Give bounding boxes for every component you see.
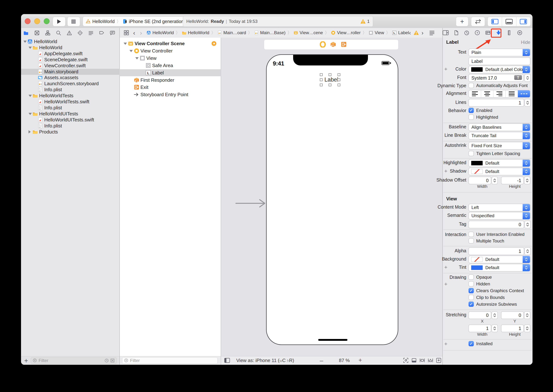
disclosure-open-icon[interactable] bbox=[23, 41, 27, 43]
navigator-row[interactable] bbox=[21, 105, 119, 111]
selection-handle[interactable] bbox=[320, 73, 322, 76]
zoom-level[interactable]: 87 % bbox=[334, 358, 354, 364]
back-button[interactable]: ‹ bbox=[133, 29, 135, 36]
add-editor-button[interactable] bbox=[442, 30, 449, 35]
autoshrink-popup[interactable]: Fixed Font Size bbox=[469, 142, 530, 150]
add-variation-button[interactable]: + bbox=[443, 66, 448, 72]
jumpbar-segment[interactable]: LLabel bbox=[392, 30, 409, 35]
value-field[interactable]: 1 bbox=[469, 324, 491, 332]
checkbox[interactable] bbox=[469, 232, 474, 237]
close-button[interactable] bbox=[25, 18, 31, 24]
selection-handle[interactable] bbox=[320, 78, 322, 81]
update-frames-button[interactable] bbox=[403, 358, 408, 363]
stepper[interactable] bbox=[525, 221, 531, 228]
align-button[interactable] bbox=[428, 358, 433, 363]
toggle-debug-area-button[interactable] bbox=[502, 17, 516, 26]
stepper[interactable] bbox=[525, 99, 531, 107]
line-break-popup[interactable]: Truncate Tail bbox=[469, 132, 530, 140]
add-constraints-button[interactable] bbox=[420, 358, 425, 363]
related-items-icon[interactable] bbox=[124, 30, 129, 35]
navigator-row[interactable] bbox=[21, 87, 119, 93]
add-file-button[interactable]: + bbox=[23, 357, 29, 364]
editor-swap-button[interactable] bbox=[471, 17, 485, 26]
outline-row[interactable] bbox=[119, 69, 221, 76]
stepper[interactable] bbox=[491, 177, 498, 184]
inspector-tab-file-inspector[interactable] bbox=[454, 30, 459, 35]
minimize-button[interactable] bbox=[34, 18, 40, 24]
toggle-navigator-button[interactable] bbox=[488, 17, 502, 26]
value-field[interactable]: 1 bbox=[469, 247, 524, 255]
jumpbar-segment[interactable]: View…cene bbox=[294, 30, 323, 35]
disclosure-open-icon[interactable] bbox=[28, 113, 32, 115]
add-editor-library-button[interactable]: + bbox=[456, 17, 468, 26]
view-as-button[interactable]: View as: iPhone 11 (wC hR) bbox=[236, 358, 317, 364]
semantic-popup[interactable]: Unspecified bbox=[469, 212, 530, 220]
value-field[interactable]: 0 bbox=[469, 221, 524, 228]
value-field[interactable]: 1 bbox=[501, 324, 524, 332]
checkbox[interactable] bbox=[469, 83, 474, 88]
font-field[interactable]: System 17.0T bbox=[469, 74, 523, 82]
scheme-selector[interactable]: HelloWorld〉iPhone SE (2nd generation) bbox=[83, 16, 184, 26]
navigator-tab-test-navigator[interactable] bbox=[77, 30, 83, 36]
stop-button[interactable] bbox=[67, 17, 80, 26]
disclosure-open-icon[interactable] bbox=[135, 57, 139, 59]
alignment-segment-align-center[interactable] bbox=[481, 90, 493, 97]
checkbox[interactable] bbox=[469, 238, 474, 244]
run-button[interactable] bbox=[53, 17, 65, 26]
add-variation-button[interactable]: + bbox=[443, 341, 448, 347]
checkbox[interactable] bbox=[469, 114, 474, 120]
background-color-popup[interactable]: Default bbox=[469, 256, 530, 263]
stepper[interactable] bbox=[524, 324, 530, 332]
navigator-tab-breakpoint-navigator[interactable] bbox=[99, 30, 105, 36]
selection-handle[interactable] bbox=[329, 73, 331, 76]
navigator-tab-issue-navigator[interactable] bbox=[67, 30, 72, 36]
selection-handle[interactable] bbox=[338, 73, 340, 76]
add-variation-button[interactable]: + bbox=[443, 168, 448, 174]
navigator-row[interactable] bbox=[21, 123, 119, 129]
text-style-popup[interactable]: Plain bbox=[469, 49, 530, 56]
zoom-in-button[interactable]: + bbox=[357, 357, 364, 364]
jumpbar-segment[interactable]: View…roller bbox=[331, 30, 361, 35]
stepper[interactable] bbox=[525, 247, 531, 255]
disclosure-open-icon[interactable] bbox=[129, 50, 133, 52]
goto-scene-button[interactable] bbox=[211, 41, 217, 46]
warning-icon[interactable] bbox=[360, 19, 366, 24]
inspector-tab-connections-inspector[interactable] bbox=[517, 30, 522, 35]
tint-color-popup[interactable]: Default bbox=[469, 264, 530, 272]
baseline-popup[interactable]: Align Baselines bbox=[469, 123, 530, 131]
font-picker-button[interactable]: T bbox=[514, 75, 522, 80]
disclosure-open-icon[interactable] bbox=[124, 42, 127, 45]
zoom-button[interactable] bbox=[44, 18, 49, 24]
navigator-tab-find-navigator[interactable] bbox=[56, 30, 61, 36]
embed-in-stack-button[interactable] bbox=[411, 358, 417, 363]
resolve-autolayout-button[interactable] bbox=[436, 358, 441, 363]
inspector-tab-size-inspector[interactable] bbox=[507, 30, 512, 35]
alignment-segment-align-justify[interactable] bbox=[506, 90, 518, 97]
value-field[interactable]: 0 bbox=[469, 311, 491, 319]
color-popup[interactable]: Default (Label Color) bbox=[469, 66, 530, 73]
warning-count[interactable]: 1 bbox=[367, 19, 370, 24]
selection-handle[interactable] bbox=[320, 84, 322, 86]
checkbox[interactable]: ✓ bbox=[469, 301, 474, 307]
toggle-inspectors-button[interactable] bbox=[516, 17, 531, 26]
source-control-status-icon[interactable] bbox=[110, 358, 115, 363]
checkbox[interactable] bbox=[469, 274, 474, 280]
add-variation-button[interactable]: + bbox=[443, 264, 448, 270]
hide-button[interactable]: Hide bbox=[507, 40, 530, 45]
issue-warning-icon[interactable] bbox=[413, 30, 419, 35]
disclosure-open-icon[interactable] bbox=[28, 47, 32, 49]
next-issue-button[interactable]: › bbox=[421, 29, 424, 36]
stepper[interactable] bbox=[491, 311, 498, 319]
add-variation-button[interactable]: + bbox=[443, 256, 448, 262]
editor-options-icon[interactable] bbox=[429, 30, 435, 35]
dock-view-controller-icon[interactable] bbox=[320, 41, 326, 48]
value-field[interactable]: 1 bbox=[469, 99, 524, 107]
font-size-stepper[interactable] bbox=[525, 74, 531, 82]
add-variation-button[interactable]: + bbox=[443, 281, 448, 287]
selection-handle[interactable] bbox=[338, 84, 340, 86]
add-variation-button[interactable]: + bbox=[443, 160, 448, 166]
alignment-segment-align-right[interactable] bbox=[493, 90, 506, 97]
stepper[interactable] bbox=[524, 311, 530, 319]
jumpbar-segment[interactable]: HelloWorld bbox=[182, 30, 209, 35]
stepper[interactable] bbox=[524, 177, 530, 184]
